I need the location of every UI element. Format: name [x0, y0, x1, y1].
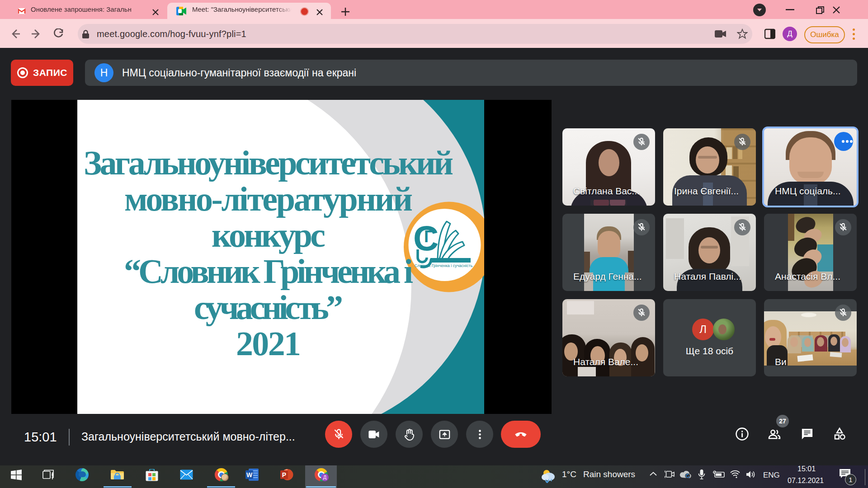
- svg-text:2021: 2021: [236, 324, 301, 362]
- svg-text:P: P: [282, 471, 286, 479]
- svg-text:W: W: [246, 471, 253, 479]
- svg-text:Словник Грінченка і сучасність: Словник Грінченка і сучасність: [415, 263, 473, 268]
- svg-text:мовно-літературний: мовно-літературний: [124, 180, 413, 218]
- svg-text:Г: Г: [424, 227, 433, 246]
- svg-text:“Словник Грінченка і: “Словник Грінченка і: [124, 252, 413, 290]
- svg-text:конкурс: конкурс: [212, 216, 326, 254]
- svg-text:сучасність”: сучасність”: [194, 288, 343, 326]
- svg-text:Загальноуніверситетський: Загальноуніверситетський: [84, 144, 453, 182]
